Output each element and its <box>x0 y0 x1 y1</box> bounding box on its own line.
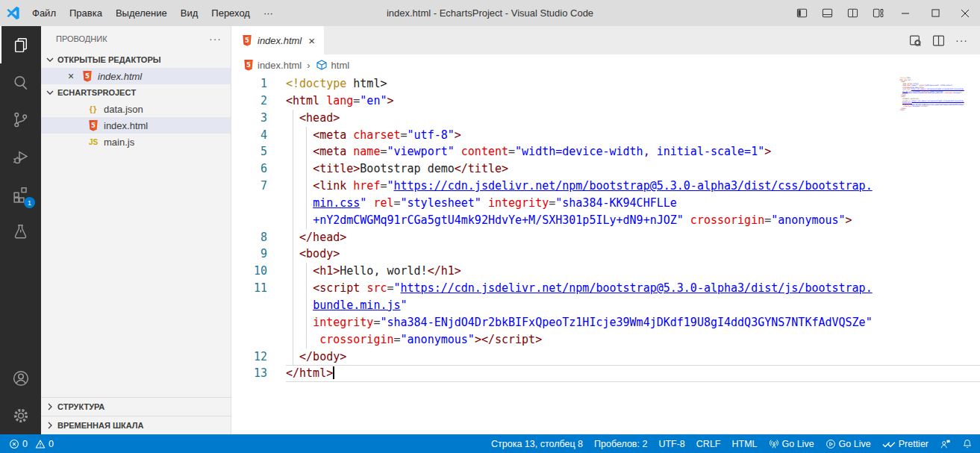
menu-item[interactable]: Выделение <box>109 0 174 26</box>
status-item-bell[interactable] <box>962 439 973 449</box>
tab-close-icon[interactable]: × <box>307 34 316 47</box>
indent-guide <box>293 280 293 297</box>
timeline-section[interactable]: ВРЕМЕННАЯ ШКАЛА <box>41 416 231 434</box>
code-line[interactable]: </head> <box>286 229 980 246</box>
status-item-0[interactable]: 0 <box>9 439 28 449</box>
close-editor-icon[interactable]: × <box>65 70 77 82</box>
code-line[interactable]: integrity="sha384-ENjdO4Dr2bkBIFxQpeoTz1… <box>286 314 980 331</box>
status-item-строка-13-столбец-8[interactable]: Строка 13, столбец 8 <box>491 439 583 449</box>
project-folder-section[interactable]: ECHARTSPROJECT <box>41 84 231 101</box>
menu-item[interactable]: ··· <box>257 0 280 26</box>
line-number <box>231 314 286 331</box>
breadcrumb-file[interactable]: index.html <box>258 60 302 71</box>
indent-guide <box>306 127 307 144</box>
open-preview-icon[interactable] <box>909 34 922 47</box>
code-line[interactable]: <script src="https://cdn.jsdelivr.net/np… <box>286 280 980 297</box>
explorer-icon[interactable] <box>0 26 41 63</box>
window-title: index.html - EchartsProject - Visual Stu… <box>387 7 593 19</box>
minimap[interactable]: <!doctype html><html lang="en"> <head> <… <box>899 78 974 112</box>
code-line[interactable]: <meta charset="utf-8"> <box>286 127 980 144</box>
settings-gear-icon[interactable] <box>0 397 41 434</box>
explorer-header: ПРОВОДНИК ··· <box>41 26 231 51</box>
line-number: 9 <box>231 246 286 263</box>
customize-layout-icon[interactable] <box>865 0 890 26</box>
file-item-main.js[interactable]: JSmain.js <box>41 134 231 150</box>
status-item-prettier[interactable]: Prettier <box>882 439 928 449</box>
code-line[interactable]: bundle.min.js" <box>286 297 980 314</box>
breadcrumb: 5 index.html › html <box>231 54 980 75</box>
explorer-more-actions-icon[interactable]: ··· <box>209 33 222 45</box>
line-number: 7 <box>231 178 286 195</box>
code-line[interactable]: <title>Bootstrap demo</title> <box>286 160 980 178</box>
error-icon <box>9 439 19 449</box>
indent-guide <box>293 314 293 331</box>
status-item-label: UTF-8 <box>658 439 684 449</box>
open-editors-label: ОТКРЫТЫЕ РЕДАКТОРЫ <box>57 55 161 64</box>
status-item-go-live[interactable]: Go Live <box>825 439 871 449</box>
menu-bar: ФайлПравкаВыделениеВидПереход··· <box>25 0 280 26</box>
close-window-button[interactable] <box>950 0 980 26</box>
chevron-down-icon <box>44 87 56 99</box>
feedback-icon <box>940 439 951 449</box>
status-item-html[interactable]: HTML <box>731 439 757 449</box>
code-line[interactable]: min.css" rel="stylesheet" integrity="sha… <box>286 195 980 212</box>
search-icon[interactable] <box>0 63 41 101</box>
toggle-primary-sidebar-icon[interactable] <box>789 0 814 26</box>
line-number <box>231 212 286 229</box>
code-editor[interactable]: 12345678910111213 <!doctype html><html l… <box>231 75 980 434</box>
status-item-0[interactable]: 0 <box>35 439 54 449</box>
source-control-icon[interactable] <box>0 101 41 138</box>
status-item-crlf[interactable]: CRLF <box>696 439 721 449</box>
indent-guide <box>293 349 293 366</box>
indent-guide <box>293 263 293 280</box>
text-cursor <box>333 366 334 379</box>
indent-guide <box>293 331 293 349</box>
status-item-feedback[interactable] <box>940 439 951 449</box>
file-item-index.html[interactable]: ×5index.html <box>41 68 231 84</box>
svg-text:5: 5 <box>85 72 90 80</box>
status-item-go-live[interactable]: Go Live <box>769 439 814 449</box>
open-editors-section[interactable]: ОТКРЫТЫЕ РЕДАКТОРЫ <box>41 51 231 68</box>
line-number: 12 <box>231 349 286 366</box>
code-line[interactable]: <h1>Hello, world!</h1> <box>286 263 980 280</box>
code-line[interactable]: <meta name="viewport" content="width=dev… <box>286 143 980 160</box>
status-item-utf-8[interactable]: UTF-8 <box>658 439 684 449</box>
toggle-panel-icon[interactable] <box>814 0 840 26</box>
code-line[interactable]: <body> <box>286 246 980 263</box>
code-line[interactable]: crossorigin="anonymous"></script> <box>286 331 980 349</box>
indent-guide <box>306 178 307 195</box>
run-debug-icon[interactable] <box>0 138 41 175</box>
toggle-secondary-sidebar-icon[interactable] <box>840 0 865 26</box>
file-item-data.json[interactable]: {}data.json <box>41 101 231 117</box>
outline-section[interactable]: СТРУКТУРА <box>41 397 231 416</box>
minimize-button[interactable] <box>890 0 920 26</box>
code-line[interactable]: <html lang="en"> <box>286 93 980 110</box>
extensions-icon[interactable]: 1 <box>0 175 41 213</box>
code-line[interactable]: +nY2dmCWGMq91rCGa5gtU4mk92HdvYe+M/SXH301… <box>286 212 980 229</box>
code-line[interactable]: <!doctype html> <box>286 75 980 93</box>
file-item-index.html[interactable]: 5index.html <box>41 117 231 134</box>
account-icon[interactable] <box>0 360 41 397</box>
menu-item[interactable]: Файл <box>25 0 63 26</box>
activity-bar: 1 <box>0 26 41 434</box>
file-name: index.html <box>104 120 148 131</box>
testing-icon[interactable] <box>0 213 41 250</box>
checks-icon <box>882 439 896 449</box>
split-editor-icon[interactable] <box>932 34 945 47</box>
chevron-down-icon <box>44 54 56 66</box>
menu-item[interactable]: Переход <box>205 0 257 26</box>
code-line[interactable]: <link href="https://cdn.jsdelivr.net/npm… <box>286 178 980 195</box>
status-item-пробелов-2[interactable]: Пробелов: 2 <box>594 439 647 449</box>
indent-guide <box>293 178 293 195</box>
svg-text:5: 5 <box>91 122 96 129</box>
code-line[interactable]: <head> <box>286 110 980 127</box>
menu-item[interactable]: Правка <box>63 0 109 26</box>
breadcrumb-symbol[interactable]: html <box>331 60 350 71</box>
line-number: 11 <box>231 280 286 297</box>
code-line[interactable]: </html> <box>286 365 980 382</box>
maximize-button[interactable] <box>920 0 950 26</box>
tab-index-html[interactable]: 5 index.html × <box>231 26 324 54</box>
menu-item[interactable]: Вид <box>174 0 205 26</box>
more-actions-icon[interactable]: ··· <box>955 34 968 46</box>
code-line[interactable]: </body> <box>286 349 980 366</box>
